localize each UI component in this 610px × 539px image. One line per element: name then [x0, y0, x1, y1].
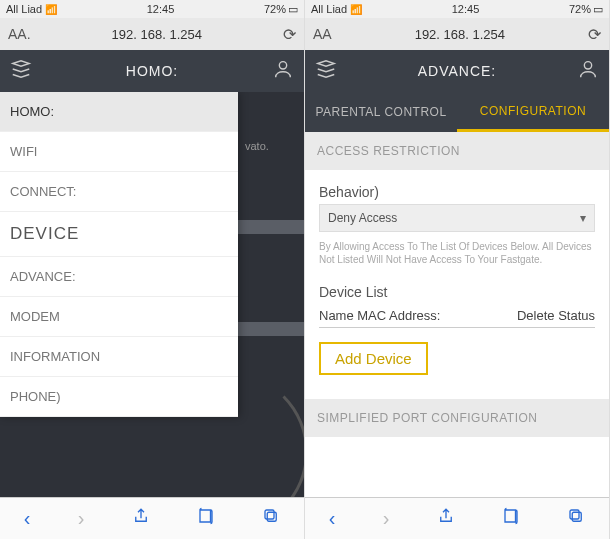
status-bar: All Liad 12:45 72% — [305, 0, 609, 18]
behavior-select[interactable]: Deny Access — [319, 204, 595, 232]
url-text[interactable]: 192. 168. 1.254 — [340, 27, 580, 42]
svg-rect-4 — [573, 512, 582, 521]
menu-icon[interactable] — [10, 58, 32, 84]
tab-configuration[interactable]: CONFIGURATION — [457, 92, 609, 132]
svg-rect-1 — [268, 512, 277, 521]
browser-toolbar: ‹ › — [305, 497, 609, 539]
clock: 12:45 — [57, 3, 264, 15]
menu-item-home[interactable]: HOMO: — [0, 92, 238, 132]
menu-item-modem[interactable]: MODEM — [0, 297, 238, 337]
section-access-restriction: ACCESS RESTRICTION — [305, 132, 609, 170]
forward-button[interactable]: › — [383, 507, 390, 530]
hint-text: vato. — [245, 140, 269, 152]
svg-point-0 — [279, 62, 286, 69]
phone-left: All Liad 12:45 72% AA. 192. 168. 1.254 ⟳… — [0, 0, 305, 539]
svg-rect-5 — [570, 510, 579, 519]
header-title: HOMO: — [32, 63, 272, 79]
share-button[interactable] — [132, 507, 150, 530]
battery-indicator: 72% — [569, 3, 603, 16]
content-area: vato. 0 2 HOMO: WIFI CONNECT: DEVICE ADV… — [0, 92, 304, 497]
reader-button[interactable]: AA — [313, 26, 332, 42]
app-header: ADVANCE: — [305, 50, 609, 92]
menu-item-connect[interactable]: CONNECT: — [0, 172, 238, 212]
url-text[interactable]: 192. 168. 1.254 — [39, 27, 275, 42]
col-delete-status: Delete Status — [485, 308, 595, 323]
add-device-button[interactable]: Add Device — [319, 342, 428, 375]
tabs: PARENTAL CONTROL CONFIGURATION — [305, 92, 609, 132]
behavior-label: Behavior) — [319, 184, 595, 200]
back-button[interactable]: ‹ — [329, 507, 336, 530]
menu-item-phone[interactable]: PHONE) — [0, 377, 238, 417]
menu-item-device[interactable]: DEVICE — [0, 212, 238, 257]
menu-item-wifi[interactable]: WIFI — [0, 132, 238, 172]
header-title: ADVANCE: — [337, 63, 577, 79]
status-bar: All Liad 12:45 72% — [0, 0, 304, 18]
menu-item-information[interactable]: INFORMATION — [0, 337, 238, 377]
carrier-label: All Liad — [6, 3, 42, 15]
wifi-icon — [45, 3, 57, 15]
reader-button[interactable]: AA. — [8, 26, 31, 42]
menu-panel: HOMO: WIFI CONNECT: DEVICE ADVANCE: MODE… — [0, 92, 238, 417]
carrier-label: All Liad — [311, 3, 347, 15]
device-table-head: Name MAC Address: Delete Status — [319, 304, 595, 328]
svg-rect-2 — [265, 510, 274, 519]
behavior-value: Deny Access — [328, 211, 397, 225]
tab-parental-control[interactable]: PARENTAL CONTROL — [305, 92, 457, 132]
col-name-mac: Name MAC Address: — [319, 308, 485, 323]
bookmarks-button[interactable] — [502, 507, 520, 530]
battery-indicator: 72% — [264, 3, 298, 16]
refresh-icon[interactable]: ⟳ — [283, 25, 296, 44]
url-bar[interactable]: AA. 192. 168. 1.254 ⟳ — [0, 18, 304, 50]
section-port-config: SIMPLIFIED PORT CONFIGURATION — [305, 399, 609, 437]
app-header: HOMO: — [0, 50, 304, 92]
content-area: ACCESS RESTRICTION Behavior) Deny Access… — [305, 132, 609, 497]
behavior-help: By Allowing Access To The List Of Device… — [319, 240, 595, 266]
user-icon[interactable] — [577, 58, 599, 84]
wifi-icon — [350, 3, 362, 15]
device-list-label: Device List — [319, 284, 595, 300]
bookmarks-button[interactable] — [197, 507, 215, 530]
tabs-button[interactable] — [262, 507, 280, 530]
url-bar[interactable]: AA 192. 168. 1.254 ⟳ — [305, 18, 609, 50]
forward-button[interactable]: › — [78, 507, 85, 530]
browser-toolbar: ‹ › — [0, 497, 304, 539]
user-icon[interactable] — [272, 58, 294, 84]
phone-right: All Liad 12:45 72% AA 192. 168. 1.254 ⟳ … — [305, 0, 610, 539]
menu-item-advance[interactable]: ADVANCE: — [0, 257, 238, 297]
svg-point-3 — [584, 62, 591, 69]
tabs-button[interactable] — [567, 507, 585, 530]
clock: 12:45 — [362, 3, 569, 15]
back-button[interactable]: ‹ — [24, 507, 31, 530]
share-button[interactable] — [437, 507, 455, 530]
refresh-icon[interactable]: ⟳ — [588, 25, 601, 44]
menu-icon[interactable] — [315, 58, 337, 84]
